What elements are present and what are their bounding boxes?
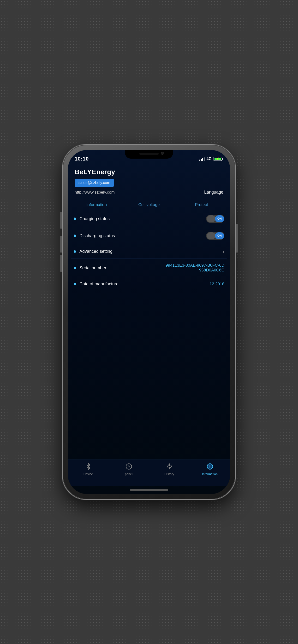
phone-frame: 10:10 4G ⚡ bbox=[63, 145, 235, 499]
discharging-status-bullet bbox=[74, 234, 76, 237]
date-manufacture-bullet bbox=[74, 283, 76, 285]
advanced-setting-left: Advanced setting bbox=[74, 249, 112, 254]
nav-information-label: Information bbox=[202, 472, 218, 476]
nav-information[interactable]: Information bbox=[190, 462, 230, 476]
signal-bar-2 bbox=[201, 159, 202, 161]
nav-panel-label: panel bbox=[125, 472, 133, 476]
advanced-setting-bullet bbox=[74, 250, 76, 253]
nav-device-label: Device bbox=[83, 472, 93, 476]
signal-bar-3 bbox=[202, 158, 203, 161]
phone-screen: 10:10 4G ⚡ bbox=[68, 150, 230, 494]
camera bbox=[161, 152, 164, 155]
battery-bolt: ⚡ bbox=[216, 158, 220, 160]
signal-bars bbox=[199, 157, 205, 161]
nav-history[interactable]: History bbox=[149, 462, 190, 476]
signal-bar-1 bbox=[199, 160, 200, 161]
nav-panel[interactable]: panel bbox=[108, 462, 149, 476]
discharging-status-label: Discharging status bbox=[79, 233, 115, 238]
history-icon bbox=[165, 462, 174, 471]
charging-status-label: Charging status bbox=[79, 216, 110, 222]
serial-number-value: 994113E3-30AE-9697-B6FC-6D958D0A0C6C bbox=[164, 263, 224, 273]
battery-tip bbox=[222, 158, 223, 160]
content-list: Charging status ON Discharging status bbox=[68, 210, 230, 460]
battery-icon: ⚡ bbox=[214, 157, 223, 161]
charging-status-left: Charging status bbox=[74, 216, 110, 222]
home-bar bbox=[130, 489, 168, 491]
header: BeLYEnergy sales@szbely.com http://www.s… bbox=[68, 164, 230, 197]
app-title: BeLYEnergy bbox=[75, 168, 223, 176]
svg-point-4 bbox=[209, 465, 210, 467]
speaker bbox=[139, 153, 159, 155]
date-manufacture-value: 12.2018 bbox=[210, 282, 224, 286]
toggle-off-track bbox=[207, 216, 215, 222]
info-icon bbox=[206, 462, 214, 471]
home-indicator bbox=[68, 486, 230, 494]
serial-number-bullet bbox=[74, 267, 76, 269]
website-row: http://www.szbely.com Language bbox=[75, 190, 223, 195]
tab-protect[interactable]: Protect bbox=[175, 200, 228, 210]
toggle-on-label-2: ON bbox=[217, 234, 222, 238]
serial-number-row: Serial number 994113E3-30AE-9697-B6FC-6D… bbox=[71, 259, 227, 277]
email-badge[interactable]: sales@szbely.com bbox=[75, 179, 114, 187]
date-manufacture-left: Date of manufacture bbox=[74, 282, 118, 286]
discharging-status-toggle[interactable]: ON bbox=[206, 232, 224, 240]
serial-number-left: Serial number bbox=[74, 266, 106, 270]
tab-information[interactable]: Information bbox=[70, 200, 123, 210]
status-icons: 4G ⚡ bbox=[199, 157, 223, 161]
tab-cell-voltage[interactable]: Cell voltage bbox=[123, 200, 175, 210]
nav-device[interactable]: Device bbox=[68, 462, 108, 476]
toggle-on-track: ON bbox=[215, 216, 224, 222]
nav-history-label: History bbox=[164, 472, 174, 476]
charging-status-toggle[interactable]: ON bbox=[206, 215, 224, 223]
tab-bar: Information Cell voltage Protect bbox=[68, 200, 230, 210]
toggle-off-track-2 bbox=[207, 232, 215, 239]
advanced-setting-label: Advanced setting bbox=[79, 249, 112, 254]
toggle-on-label: ON bbox=[217, 217, 222, 220]
signal-bar-4 bbox=[204, 158, 205, 161]
notch bbox=[125, 150, 173, 158]
toggle-on-track-2: ON bbox=[215, 232, 224, 239]
svg-marker-1 bbox=[167, 464, 172, 469]
network-label: 4G bbox=[207, 157, 212, 161]
bottom-nav: Device panel bbox=[68, 460, 230, 486]
discharging-status-left: Discharging status bbox=[74, 233, 115, 238]
app-content: 10:10 4G ⚡ bbox=[68, 150, 230, 494]
advanced-setting-row[interactable]: Advanced setting › bbox=[71, 244, 227, 259]
charging-status-row: Charging status ON bbox=[71, 210, 227, 227]
status-time: 10:10 bbox=[75, 156, 89, 162]
date-manufacture-label: Date of manufacture bbox=[79, 282, 118, 286]
bluetooth-icon bbox=[84, 462, 93, 471]
charging-status-bullet bbox=[74, 218, 76, 220]
panel-icon bbox=[124, 462, 133, 471]
serial-number-label: Serial number bbox=[79, 266, 106, 270]
discharging-status-row: Discharging status ON bbox=[71, 227, 227, 244]
date-manufacture-row: Date of manufacture 12.2018 bbox=[71, 277, 227, 291]
chevron-right-icon: › bbox=[223, 249, 224, 254]
battery-body: ⚡ bbox=[214, 157, 222, 161]
language-button[interactable]: Language bbox=[204, 190, 223, 195]
website-link[interactable]: http://www.szbely.com bbox=[75, 190, 115, 195]
